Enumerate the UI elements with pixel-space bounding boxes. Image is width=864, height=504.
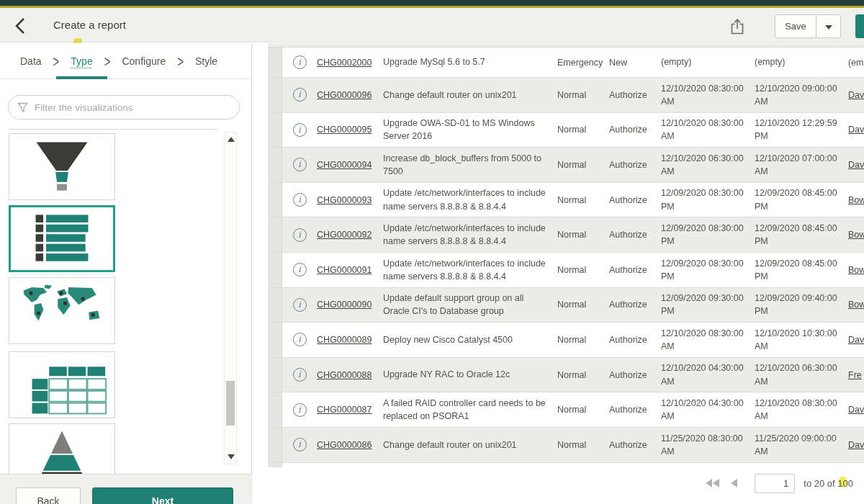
planned-start-date-cell: 12/09/2020 08:30:00 PM — [661, 186, 755, 212]
assignee-link[interactable]: Dav — [848, 90, 864, 100]
priority-cell: Normal — [557, 230, 609, 240]
priority-cell: Normal — [557, 195, 609, 205]
short-description-cell: Upgrade OWA-SD-01 to MS Windows Server 2… — [383, 117, 557, 143]
share-button[interactable] — [730, 17, 750, 37]
priority-cell: Emergency — [557, 58, 609, 68]
viz-list-scrollbar[interactable] — [224, 132, 237, 464]
info-icon-cell: i — [282, 228, 317, 242]
assignee-link[interactable]: Dav — [848, 160, 864, 170]
viz-option-world-map[interactable] — [9, 277, 115, 344]
click-indicator — [73, 38, 82, 43]
change-number-link[interactable]: CHG0000096 — [317, 90, 383, 100]
change-number-link[interactable]: CHG0000086 — [317, 440, 383, 450]
viz-option-heatmap-table[interactable] — [9, 351, 115, 418]
viz-option-horizontal-bar-list[interactable] — [9, 205, 115, 272]
info-icon[interactable]: i — [293, 158, 307, 171]
change-number-link[interactable]: CHG0000093 — [317, 195, 383, 205]
wizard-step-type[interactable]: Type — [66, 43, 96, 78]
assignee-link[interactable]: Dav — [848, 335, 864, 345]
short-description-cell: Deploy new Cisco Catalyst 4500 — [383, 333, 557, 346]
short-description-cell: Upgrade NY RAC to Oracle 12c — [383, 368, 557, 381]
viz-option-pyramid-chart[interactable] — [9, 423, 115, 474]
heatmap-table-icon — [9, 351, 114, 418]
short-description-cell: Update /etc/network/interfaces to includ… — [383, 257, 557, 283]
assignee-link[interactable]: Bow — [848, 195, 864, 205]
info-icon[interactable]: i — [293, 438, 307, 451]
change-number-link[interactable]: CHG0000091 — [317, 265, 383, 275]
table-row: i CHG0000088 Upgrade NY RAC to Oracle 12… — [268, 358, 864, 393]
wizard-step-style[interactable]: Style — [191, 43, 222, 78]
table-row: i CHG0000087 A failed RAID controller ca… — [268, 392, 864, 428]
change-number-link[interactable]: CHG0000092 — [317, 230, 383, 240]
row-left-strip — [268, 48, 282, 77]
change-number-link[interactable]: CHG0000087 — [317, 405, 383, 415]
row-left-strip — [268, 253, 282, 287]
top-brand-bar — [0, 0, 864, 6]
filter-visualizations-input[interactable] — [35, 102, 230, 113]
first-page-button[interactable] — [704, 476, 721, 490]
wizard-breadcrumb: Data > Type > Configure > Style — [0, 43, 251, 79]
info-icon[interactable]: i — [293, 368, 307, 382]
info-icon-cell: i — [282, 88, 317, 102]
assignee-link[interactable]: Bow — [848, 265, 864, 275]
planned-end-date-cell: 11/25/2020 09:00:00 AM — [755, 432, 848, 458]
change-number-link[interactable]: CHG0000090 — [317, 300, 383, 310]
info-icon[interactable]: i — [293, 263, 307, 276]
viz-option-funnel-chart[interactable] — [9, 133, 115, 200]
wizard-step-data[interactable]: Data — [16, 43, 46, 78]
info-icon[interactable]: i — [293, 193, 307, 207]
save-button[interactable]: Save — [775, 14, 816, 38]
planned-end-date-cell: 12/10/2020 08:30:00 AM — [755, 397, 848, 423]
planned-end-date-cell: 12/09/2020 08:45:00 PM — [755, 222, 848, 248]
planned-start-date-cell: 12/09/2020 09:30:00 PM — [661, 292, 755, 318]
assignee-link[interactable]: Dav — [848, 440, 864, 450]
change-number-link[interactable]: CHG0002000 — [317, 58, 383, 68]
page-number-input[interactable] — [755, 474, 795, 493]
info-icon[interactable]: i — [293, 403, 307, 417]
info-icon-cell: i — [282, 158, 317, 171]
info-icon[interactable]: i — [293, 228, 307, 242]
scrollbar-thumb[interactable] — [226, 381, 235, 426]
assignee-link[interactable]: Dav — [848, 405, 864, 415]
assignee-link[interactable]: Bow — [848, 300, 864, 310]
clipped-primary-button[interactable] — [855, 14, 864, 38]
double-left-triangle-icon — [706, 479, 712, 487]
planned-end-date-cell: 12/09/2020 09:40:00 PM — [755, 292, 848, 318]
back-chevron-button[interactable] — [14, 17, 33, 35]
assignee-link[interactable]: Fre — [848, 370, 864, 380]
scrolled-card-edge — [9, 128, 217, 130]
state-cell: Authorize — [609, 230, 661, 240]
planned-start-date-cell: 12/10/2020 06:30:00 AM — [661, 152, 755, 178]
priority-cell: Normal — [557, 265, 609, 275]
assignee-link[interactable]: (empty) — [848, 58, 864, 68]
visualization-type-list — [0, 128, 252, 474]
table-row: i CHG0000086 Change default router on un… — [268, 428, 864, 463]
state-cell: New — [609, 58, 661, 68]
planned-end-date-cell: 12/10/2020 09:00:00 AM — [755, 82, 848, 108]
change-number-link[interactable]: CHG0000094 — [317, 160, 383, 170]
next-button[interactable]: Next — [92, 487, 233, 504]
change-number-link[interactable]: CHG0000089 — [317, 335, 383, 345]
table-row: i CHG0000094 Increase db_block_buffers f… — [268, 148, 864, 183]
wizard-step-configure[interactable]: Configure — [117, 43, 170, 78]
info-icon[interactable]: i — [293, 123, 307, 137]
info-icon[interactable]: i — [293, 88, 307, 102]
info-icon[interactable]: i — [293, 333, 307, 346]
info-icon[interactable]: i — [293, 298, 307, 312]
info-icon[interactable]: i — [293, 55, 307, 69]
save-dropdown-button[interactable] — [816, 14, 841, 38]
scroll-down-arrow-icon[interactable] — [228, 454, 235, 459]
change-number-link[interactable]: CHG0000088 — [317, 370, 383, 380]
next-row-stub — [268, 463, 282, 467]
assignee-link[interactable]: Bow — [848, 230, 864, 240]
scroll-up-arrow-icon[interactable] — [228, 137, 235, 142]
change-number-link[interactable]: CHG0000095 — [317, 125, 383, 135]
page-title: Create a report — [53, 19, 126, 31]
planned-end-date-cell: 12/10/2020 07:00:00 AM — [755, 152, 848, 178]
state-cell: Authorize — [609, 160, 661, 170]
table-row: i CHG0000090 Update default support grou… — [268, 288, 864, 323]
back-button[interactable]: Back — [16, 487, 81, 504]
assignee-link[interactable]: Dav — [848, 125, 864, 135]
report-data-preview: i CHG0002000 Upgrade MySql 5.6 to 5.7 Em… — [253, 43, 864, 504]
previous-page-button[interactable] — [729, 476, 739, 490]
